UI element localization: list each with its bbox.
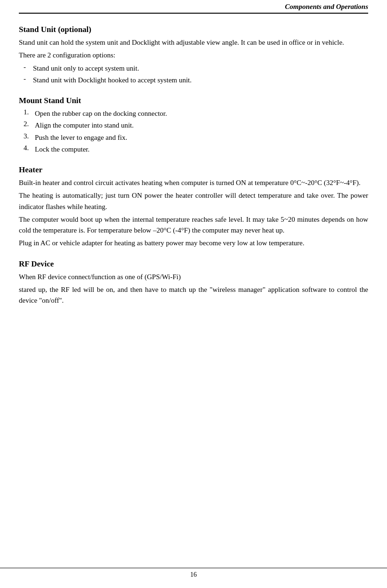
page-footer: 16	[0, 568, 387, 579]
page-header: Components and Operations	[19, 0, 368, 14]
numbered-bullet: 4.	[24, 144, 35, 155]
numbered-bullet: 3.	[24, 132, 35, 143]
heater-para4: Plug in AC or vehicle adapter for heatin…	[19, 238, 368, 249]
header-title: Components and Operations	[285, 3, 368, 10]
heater-para1: Built-in heater and control circuit acti…	[19, 177, 368, 188]
section-mount-stand-unit: Mount Stand Unit 1. Open the rubber cap …	[19, 96, 368, 155]
heater-para2: The heating is automatically; just turn …	[19, 190, 368, 212]
numbered-bullet: 1.	[24, 108, 35, 119]
numbered-list: 1. Open the rubber cap on the docking co…	[19, 108, 368, 155]
rf-para1: When RF device connect/function as one o…	[19, 272, 368, 282]
page-container: Components and Operations Stand Unit (op…	[0, 0, 387, 588]
rf-device-heading: RF Device	[19, 259, 368, 269]
list-text-1: Stand unit only to accept system unit.	[33, 63, 139, 74]
section-stand-unit: Stand Unit (optional) Stand unit can hol…	[19, 25, 368, 86]
numbered-item-4: 4. Lock the computer.	[19, 144, 368, 155]
stand-unit-para1: Stand unit can hold the system unit and …	[19, 37, 368, 48]
list-item: - Stand unit only to accept system unit.	[19, 63, 368, 74]
list-text-2: Stand unit with Docklight hooked to acce…	[33, 75, 192, 86]
section-rf-device: RF Device When RF device connect/functio…	[19, 259, 368, 306]
mount-stand-unit-heading: Mount Stand Unit	[19, 96, 368, 105]
list-bullet: -	[24, 75, 33, 86]
numbered-text-3: Push the lever to engage and fix.	[35, 132, 127, 143]
heater-heading: Heater	[19, 165, 368, 175]
list-item: - Stand unit with Docklight hooked to ac…	[19, 75, 368, 86]
numbered-bullet: 2.	[24, 120, 35, 131]
section-heater: Heater Built-in heater and control circu…	[19, 165, 368, 249]
numbered-item-2: 2. Align the computer into stand unit.	[19, 120, 368, 131]
stand-unit-para2: There are 2 configuration options:	[19, 50, 368, 61]
numbered-item-1: 1. Open the rubber cap on the docking co…	[19, 108, 368, 119]
heater-para3: The computer would boot up when the inte…	[19, 214, 368, 236]
numbered-text-2: Align the computer into stand unit.	[35, 120, 134, 131]
numbered-text-1: Open the rubber cap on the docking conne…	[35, 108, 167, 119]
numbered-text-4: Lock the computer.	[35, 144, 89, 155]
page-number: 16	[190, 571, 197, 578]
numbered-item-3: 3. Push the lever to engage and fix.	[19, 132, 368, 143]
stand-unit-heading: Stand Unit (optional)	[19, 25, 368, 34]
list-bullet: -	[24, 63, 33, 74]
rf-para2: stared up, the RF led will be on, and th…	[19, 284, 368, 306]
